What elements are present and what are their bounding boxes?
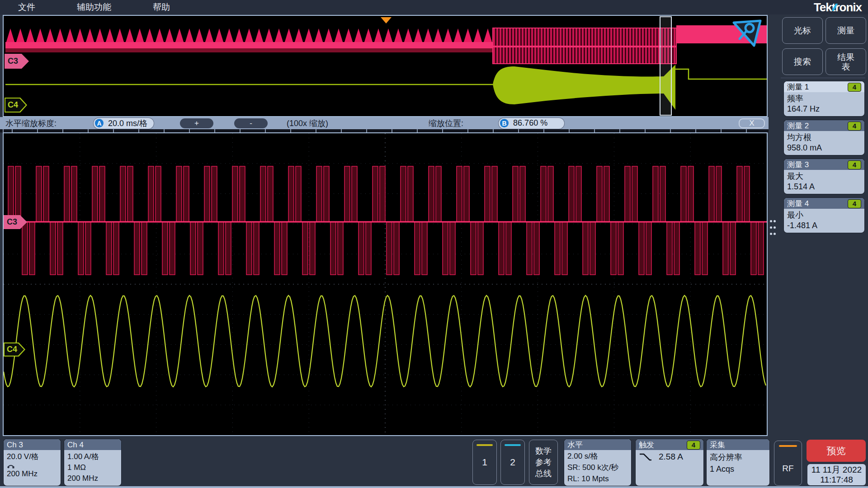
knob-b-icon: B xyxy=(500,119,509,127)
main-waveform-svg xyxy=(4,133,767,435)
main-waveform-view: C3 C4 xyxy=(3,132,768,436)
record-length: RL: 10 Mpts xyxy=(567,473,628,484)
zoom-timeline-ticks xyxy=(0,129,769,132)
measurement-value: 1.514 A xyxy=(787,182,861,192)
source-badge: 4 xyxy=(848,122,861,131)
zoom-position-control[interactable]: B 86.760 % xyxy=(499,118,564,129)
source-badge: 4 xyxy=(848,199,861,208)
measurement-1-panel[interactable]: 测量 14 频率164.7 Hz xyxy=(784,81,864,116)
drag-handle-dots[interactable] xyxy=(770,220,776,237)
horizontal-badge[interactable]: 水平 2.00 s/格 SR: 500 k次/秒 RL: 10 Mpts xyxy=(564,439,631,486)
acquisition-badge[interactable]: 采集 高分辨率 1 Acqs xyxy=(707,439,769,486)
overview-c3-trace xyxy=(5,25,767,64)
measurement-4-panel[interactable]: 测量 44 最小-1.481 A xyxy=(784,198,864,233)
yellow-line-icon xyxy=(476,444,493,446)
zoom-scale-label: 水平缩放标度: xyxy=(5,118,57,129)
waveform-overview: C3 C4 xyxy=(3,15,768,117)
trigger-position-marker[interactable] xyxy=(381,17,392,23)
menu-bar: 文件 辅助功能 帮助 Tektronix xyxy=(0,0,868,14)
cyan-line-icon xyxy=(505,444,521,446)
math-ref-1-button[interactable]: 1 xyxy=(472,440,497,485)
zoom-window-box[interactable] xyxy=(660,17,671,115)
zoom-control-bar: 水平缩放标度: A 20.0 ms/格 + - (100x 缩放) 缩放位置: … xyxy=(0,117,769,129)
source-badge: 4 xyxy=(848,160,861,169)
cursors-button[interactable]: 光标 xyxy=(782,17,823,44)
trigger-badge[interactable]: 触发4 2.58 A xyxy=(636,439,703,486)
measurement-2-panel[interactable]: 测量 24 均方根958.0 mA xyxy=(784,120,864,155)
rf-button[interactable]: RF xyxy=(774,441,802,486)
measurement-name: 频率 xyxy=(787,94,861,104)
overview-svg xyxy=(4,16,767,116)
acquisition-count: 1 Acqs xyxy=(710,463,766,475)
main-c3-trace xyxy=(4,166,767,275)
measurement-name: 最小 xyxy=(787,210,861,221)
zoom-factor-label: (100x 缩放) xyxy=(287,118,328,129)
zoom-out-button[interactable]: - xyxy=(234,118,268,128)
oscilloscope-screen: 文件 辅助功能 帮助 Tektronix C3 xyxy=(0,0,868,488)
results-table-button[interactable]: 结果表 xyxy=(826,48,866,75)
measurement-value: 958.0 mA xyxy=(787,143,861,153)
search-button[interactable]: 搜索 xyxy=(782,48,823,75)
measure-button[interactable]: 测量 xyxy=(826,17,866,44)
sample-rate: SR: 500 k次/秒 xyxy=(567,462,628,473)
falling-edge-icon xyxy=(639,452,652,462)
time: 11:17:48 xyxy=(807,475,866,485)
horizontal-scale: 2.00 s/格 xyxy=(567,450,628,462)
measurement-value: 164.7 Hz xyxy=(787,104,861,114)
bottom-edge-strip xyxy=(0,486,868,488)
math-ref-2-button[interactable]: 2 xyxy=(500,440,525,485)
ch4-badge[interactable]: Ch 4 1.00 A/格 1 MΩ 200 MHz xyxy=(64,439,121,486)
menu-file[interactable]: 文件 xyxy=(18,1,35,13)
ch3-bandwidth: 200 MHz xyxy=(7,469,57,479)
date: 11 11月 2022 xyxy=(807,465,866,475)
zoom-scale-control[interactable]: A 20.0 ms/格 xyxy=(94,118,154,129)
menu-help[interactable]: 帮助 xyxy=(153,1,170,13)
trigger-level: 2.58 A xyxy=(659,451,683,462)
measurement-name: 均方根 xyxy=(787,132,861,143)
ch4-impedance: 1 MΩ xyxy=(67,462,118,473)
menu-utility[interactable]: 辅助功能 xyxy=(77,1,111,13)
source-badge: 4 xyxy=(848,83,861,92)
zoom-in-button[interactable]: + xyxy=(180,118,213,128)
trigger-source-badge: 4 xyxy=(687,441,700,450)
zoom-close-button[interactable]: X xyxy=(739,118,765,128)
overview-c4-trace xyxy=(5,65,767,110)
measurement-3-panel[interactable]: 测量 34 最大1.514 A xyxy=(784,159,864,194)
measurement-name: 最大 xyxy=(787,171,861,182)
ch4-scale: 1.00 A/格 xyxy=(67,451,118,462)
math-ref-bus-button[interactable]: 数学参考总线 xyxy=(529,440,558,485)
acquisition-mode: 高分辨率 xyxy=(710,451,766,463)
ch3-scale: 20.0 V/格 xyxy=(7,451,57,462)
ch3-badge[interactable]: Ch 3 20.0 V/格 200 MHz xyxy=(4,439,61,486)
tektronix-logo: Tektronix xyxy=(814,0,862,14)
zoom-position-label: 缩放位置: xyxy=(429,118,463,129)
main-c4-trace xyxy=(4,296,766,387)
sidebar-divider xyxy=(781,78,865,78)
datetime-display: 11 11月 2022 11:17:48 xyxy=(807,464,866,485)
ch4-bandwidth: 200 MHz xyxy=(67,473,118,484)
preview-button[interactable]: 预览 xyxy=(807,440,866,462)
measurement-value: -1.481 A xyxy=(787,221,861,231)
orange-line-icon xyxy=(779,445,797,447)
probe-icon xyxy=(7,462,57,469)
knob-a-icon: A xyxy=(95,119,104,127)
